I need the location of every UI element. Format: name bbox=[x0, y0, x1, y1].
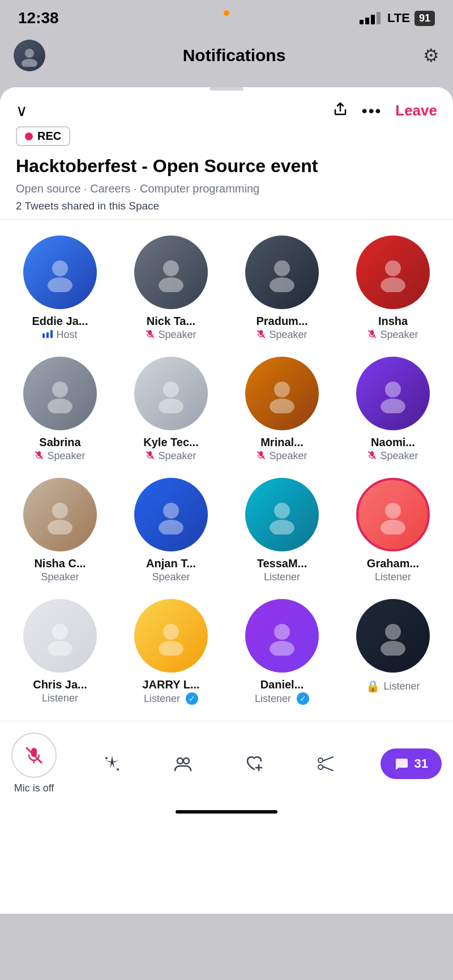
participant-avatar bbox=[134, 236, 208, 309]
heart-add-button[interactable] bbox=[238, 748, 270, 780]
role-label: Speaker bbox=[47, 450, 85, 462]
svg-point-36 bbox=[48, 520, 72, 534]
role-label: Listener bbox=[375, 571, 411, 583]
participant-name: Daniel... bbox=[260, 678, 304, 691]
participant-item[interactable]: TessaM...Listener bbox=[228, 471, 336, 590]
host-icon bbox=[42, 330, 53, 340]
participant-item[interactable]: 🔒Listener bbox=[339, 592, 447, 712]
participant-name: JARRY L... bbox=[142, 678, 199, 691]
sheet-header: ∨ ••• Leave bbox=[0, 91, 453, 126]
svg-rect-52 bbox=[31, 748, 37, 757]
user-avatar[interactable] bbox=[14, 40, 45, 71]
page-title: Notifications bbox=[183, 46, 286, 65]
participant-avatar bbox=[245, 236, 319, 309]
collapse-button[interactable]: ∨ bbox=[16, 101, 28, 120]
signal-bar-4 bbox=[377, 12, 381, 24]
svg-point-43 bbox=[52, 624, 68, 640]
muted-mic-icon bbox=[367, 451, 377, 462]
participant-role: Speaker bbox=[257, 329, 307, 341]
role-label: Speaker bbox=[41, 571, 79, 583]
svg-point-11 bbox=[274, 260, 290, 276]
role-label: Listener bbox=[144, 693, 180, 705]
participant-item[interactable]: Graham...Listener bbox=[339, 471, 447, 590]
signal-bars bbox=[360, 12, 381, 24]
participant-name: Naomi... bbox=[371, 436, 415, 449]
more-options-icon[interactable]: ••• bbox=[362, 102, 382, 120]
svg-point-31 bbox=[385, 382, 401, 397]
event-section: Hacktoberfest - Open Source event Open s… bbox=[0, 155, 453, 220]
participant-role: Speaker bbox=[257, 450, 307, 462]
participant-item[interactable]: InshaSpeaker bbox=[339, 229, 447, 348]
participant-name: Insha bbox=[378, 315, 408, 328]
svg-point-1 bbox=[22, 59, 37, 67]
participant-role: Speaker bbox=[152, 571, 190, 583]
role-label: Speaker bbox=[158, 329, 196, 341]
svg-rect-26 bbox=[148, 451, 152, 456]
participant-item[interactable]: Naomi...Speaker bbox=[339, 350, 447, 469]
participant-item[interactable]: Eddie Ja...Host bbox=[6, 229, 114, 348]
svg-point-56 bbox=[177, 758, 183, 764]
participant-item[interactable]: Daniel...Listener✓ bbox=[228, 592, 336, 712]
participant-avatar bbox=[134, 599, 208, 673]
svg-point-27 bbox=[274, 382, 290, 397]
participant-avatar bbox=[245, 478, 319, 551]
svg-rect-22 bbox=[37, 451, 41, 456]
participant-item[interactable]: Mrinal...Speaker bbox=[228, 350, 336, 469]
participant-item[interactable]: Chris Ja...Listener bbox=[6, 592, 114, 712]
status-time: 12:38 bbox=[18, 9, 59, 27]
svg-point-28 bbox=[270, 399, 294, 413]
participant-name: TessaM... bbox=[257, 557, 307, 570]
svg-point-35 bbox=[52, 503, 68, 519]
svg-point-20 bbox=[48, 399, 72, 413]
svg-point-16 bbox=[381, 277, 405, 292]
status-bar: 12:38 LTE 91 bbox=[0, 0, 453, 34]
participant-role: Listener bbox=[42, 692, 78, 704]
mic-circle[interactable] bbox=[11, 733, 57, 778]
sparkle-button[interactable] bbox=[96, 748, 128, 780]
svg-rect-4 bbox=[42, 333, 45, 338]
mic-button[interactable]: Mic is off bbox=[11, 733, 57, 794]
svg-point-7 bbox=[163, 260, 179, 276]
event-tweets: 2 Tweets shared in this Space bbox=[16, 200, 437, 212]
svg-point-15 bbox=[385, 260, 401, 276]
svg-point-45 bbox=[163, 624, 179, 640]
participant-avatar bbox=[245, 599, 319, 673]
role-label: Speaker bbox=[269, 329, 307, 341]
svg-point-46 bbox=[159, 641, 183, 656]
participant-item[interactable]: Nick Ta...Speaker bbox=[117, 229, 225, 348]
participant-item[interactable]: Kyle Tec...Speaker bbox=[117, 350, 225, 469]
participant-item[interactable]: Pradum...Speaker bbox=[228, 229, 336, 348]
people-button[interactable] bbox=[167, 748, 199, 780]
participant-role: Speaker bbox=[367, 450, 418, 462]
participant-item[interactable]: Nisha C...Speaker bbox=[6, 471, 114, 590]
participant-name: Mrinal... bbox=[260, 436, 304, 449]
battery-indicator: 91 bbox=[414, 11, 435, 26]
participant-role: Listener✓ bbox=[144, 692, 198, 705]
svg-point-49 bbox=[385, 624, 401, 640]
muted-mic-icon bbox=[367, 329, 377, 341]
svg-rect-18 bbox=[370, 330, 374, 335]
role-label: Speaker bbox=[152, 571, 190, 583]
participant-avatar bbox=[23, 236, 97, 309]
sheet-actions: ••• Leave bbox=[332, 101, 437, 121]
svg-point-8 bbox=[159, 277, 183, 292]
scissors-button[interactable] bbox=[309, 748, 341, 780]
participant-role: Speaker bbox=[367, 329, 418, 341]
participant-item[interactable]: Anjan T...Speaker bbox=[117, 471, 225, 590]
lte-label: LTE bbox=[387, 11, 410, 25]
page-header: Notifications ⚙ bbox=[0, 34, 453, 80]
svg-point-40 bbox=[270, 520, 294, 534]
participant-name: Nisha C... bbox=[34, 557, 86, 570]
settings-icon[interactable]: ⚙ bbox=[423, 45, 439, 66]
leave-button[interactable]: Leave bbox=[395, 102, 437, 119]
participant-avatar bbox=[23, 478, 97, 551]
role-label: Speaker bbox=[269, 450, 307, 462]
bottom-toolbar: Mic is off bbox=[0, 721, 453, 799]
participant-item[interactable]: JARRY L...Listener✓ bbox=[117, 592, 225, 712]
participant-item[interactable]: SabrinaSpeaker bbox=[6, 350, 114, 469]
participant-avatar bbox=[245, 357, 319, 430]
svg-point-42 bbox=[381, 520, 405, 534]
share-icon[interactable] bbox=[332, 101, 348, 121]
chat-button[interactable]: 31 bbox=[381, 748, 442, 779]
participant-avatar bbox=[134, 357, 208, 430]
